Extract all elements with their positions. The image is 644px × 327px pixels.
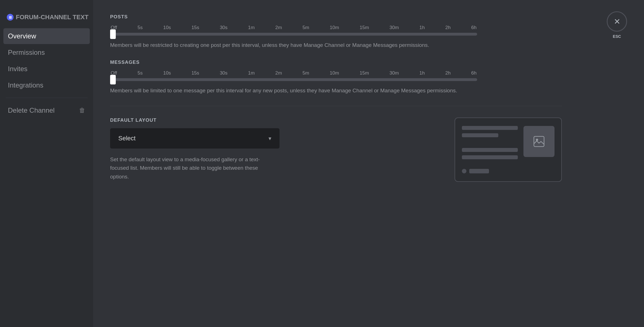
- svg-rect-0: [534, 136, 544, 147]
- forum-icon: ⊞: [7, 14, 14, 21]
- messages-slider-thumb[interactable]: [110, 75, 116, 84]
- esc-label: ESC: [613, 34, 621, 39]
- layout-select-dropdown[interactable]: Select ▾: [110, 128, 280, 149]
- layout-description: Set the default layout view to a media-f…: [110, 155, 268, 181]
- preview-line-4: [462, 155, 518, 159]
- preview-dot-long: [469, 169, 489, 173]
- section-divider: [110, 106, 562, 106]
- sidebar-item-overview[interactable]: Overview: [3, 28, 90, 44]
- layout-preview-card: [455, 117, 562, 182]
- close-button[interactable]: ✕ ESC: [607, 11, 627, 32]
- preview-dots: [462, 169, 518, 173]
- messages-slowmode-section: MESSAGES Off 5s 10s 15s 30s 1m 2m 5m 10m…: [110, 60, 621, 95]
- channel-name: ⊞ FORUM-CHANNEL TEXT ...: [3, 11, 90, 23]
- preview-thumbnail: [523, 126, 555, 157]
- posts-slider-thumb[interactable]: [110, 29, 116, 39]
- posts-slider-track[interactable]: [110, 33, 477, 36]
- sidebar-divider: [6, 98, 88, 98]
- posts-slowmode-section: POSTS Off 5s 10s 15s 30s 1m 2m 5m 10m 15…: [110, 14, 621, 49]
- layout-left: DEFAULT LAYOUT Select ▾ Set the default …: [110, 117, 432, 181]
- messages-slider-track[interactable]: [110, 78, 477, 81]
- sidebar: ⊞ FORUM-CHANNEL TEXT ... Overview Permis…: [0, 0, 93, 327]
- svg-point-1: [536, 139, 538, 141]
- preview-dot-1: [462, 169, 466, 173]
- trash-icon: 🗑: [79, 107, 85, 114]
- posts-slider-wrapper: Off 5s 10s 15s 30s 1m 2m 5m 10m 15m 30m …: [110, 25, 477, 36]
- default-layout-label: DEFAULT LAYOUT: [110, 117, 432, 123]
- preview-line-1: [462, 126, 518, 130]
- messages-slider-wrapper: Off 5s 10s 15s 30s 1m 2m 5m 10m 15m 30m …: [110, 70, 477, 81]
- layout-select-wrapper: Select ▾: [110, 128, 280, 149]
- layout-select-value: Select: [118, 135, 136, 142]
- messages-slider-labels: Off 5s 10s 15s 30s 1m 2m 5m 10m 15m 30m …: [110, 70, 477, 76]
- preview-line-3: [462, 148, 518, 152]
- sidebar-item-integrations[interactable]: Integrations: [3, 77, 90, 93]
- sidebar-item-permissions[interactable]: Permissions: [3, 45, 90, 60]
- messages-label: MESSAGES: [110, 60, 621, 65]
- posts-slider-description: Members will be restricted to creating o…: [110, 41, 477, 49]
- main-content: ✕ ESC POSTS Off 5s 10s 15s 30s 1m 2m 5m …: [93, 0, 644, 327]
- image-icon: [533, 136, 545, 147]
- default-layout-section: DEFAULT LAYOUT Select ▾ Set the default …: [110, 117, 562, 182]
- preview-lines: [462, 126, 518, 173]
- close-x-icon: ✕: [614, 17, 620, 26]
- posts-label: POSTS: [110, 14, 621, 20]
- chevron-down-icon: ▾: [268, 135, 271, 142]
- sidebar-item-delete-channel[interactable]: Delete Channel 🗑: [3, 103, 90, 118]
- sidebar-item-invites[interactable]: Invites: [3, 61, 90, 77]
- posts-slider-labels: Off 5s 10s 15s 30s 1m 2m 5m 10m 15m 30m …: [110, 25, 477, 30]
- preview-line-2: [462, 133, 498, 137]
- messages-slider-description: Members will be limited to one message p…: [110, 87, 477, 95]
